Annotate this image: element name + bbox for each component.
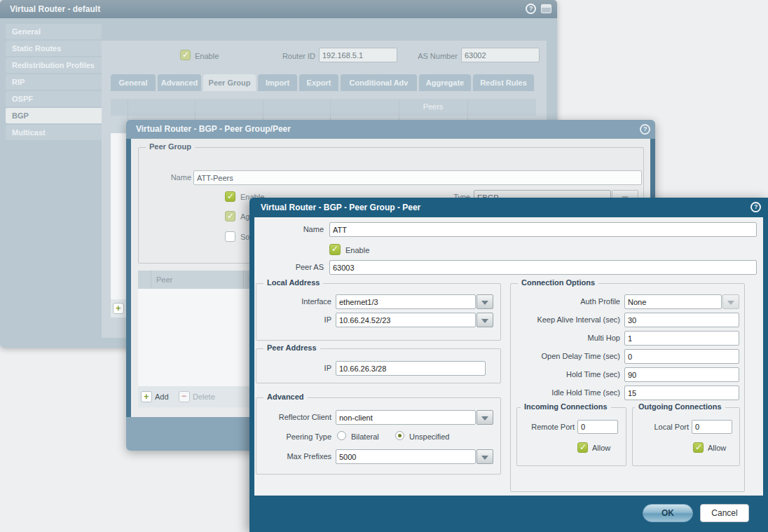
tab-general[interactable]: General — [111, 74, 156, 91]
peer-group-name-input[interactable] — [193, 170, 642, 185]
keep-alive-input[interactable] — [624, 313, 739, 327]
delete-icon[interactable] — [179, 391, 190, 402]
local-port-label: Local Port — [636, 423, 689, 432]
peer-group-enable-checkbox[interactable] — [225, 191, 235, 202]
dialog-peer-group-title: Virtual Router - BGP - Peer Group/Peer — [136, 124, 291, 134]
advanced-legend: Advanced — [263, 393, 308, 401]
tab-peer-group[interactable]: Peer Group — [203, 74, 256, 91]
remote-port-label: Remote Port — [520, 423, 575, 432]
delete-button[interactable]: Delete — [193, 393, 215, 401]
help-icon[interactable] — [526, 4, 536, 14]
advanced-fieldset: Advanced Reflector Client Peering Type B… — [256, 397, 501, 475]
sidebar-item-redistribution-profiles[interactable]: Redistribution Profiles — [6, 57, 102, 73]
col-peer: Peer — [156, 275, 172, 284]
peer-ip-label: IP — [275, 364, 331, 373]
tab-advanced[interactable]: Advanced — [158, 74, 201, 91]
cancel-button[interactable]: Cancel — [700, 504, 749, 522]
interface-dropdown-icon[interactable] — [476, 294, 493, 309]
connection-options-legend: Connection Options — [518, 278, 598, 287]
dialog-peer: Virtual Router - BGP - Peer Group - Peer… — [249, 198, 768, 532]
dialog-virtual-router-titlebar: Virtual Router - default — [0, 0, 557, 18]
sidebar-item-bgp[interactable]: BGP — [6, 108, 102, 123]
enable-checkbox[interactable] — [329, 244, 341, 255]
sidebar-item-multicast[interactable]: Multicast — [6, 125, 102, 140]
window-icon[interactable] — [541, 4, 551, 13]
connection-options-fieldset: Connection Options Auth Profile Keep Ali… — [510, 283, 745, 492]
name-label: Name — [149, 173, 191, 182]
hold-time-label: Hold Time (sec) — [515, 370, 620, 379]
incoming-connections-fieldset: Incoming Connections Remote Port Allow — [516, 407, 626, 466]
peering-type-label: Peering Type — [261, 432, 331, 442]
aggregated-checkbox[interactable] — [225, 211, 235, 221]
local-address-legend: Local Address — [263, 278, 323, 287]
soft-reset-checkbox[interactable] — [225, 231, 235, 242]
name-label: Name — [268, 225, 324, 234]
sidebar-item-ospf[interactable]: OSPF — [6, 91, 102, 107]
reflector-client-dropdown-icon[interactable] — [476, 410, 493, 425]
local-ip-select[interactable] — [336, 313, 476, 327]
bgp-enable-checkbox[interactable] — [180, 50, 191, 60]
peer-ip-input[interactable] — [336, 361, 486, 376]
idle-hold-label: Idle Hold Time (sec) — [515, 388, 620, 397]
max-prefixes-dropdown-icon[interactable] — [476, 449, 493, 464]
unspecified-radio[interactable] — [395, 431, 404, 440]
dialog-peer-title: Virtual Router - BGP - Peer Group - Peer — [261, 203, 420, 212]
tab-import[interactable]: Import — [258, 74, 297, 91]
peer-address-legend: Peer Address — [263, 343, 320, 352]
peer-group-legend: Peer Group — [146, 142, 195, 151]
bgp-enable-label: Enable — [195, 52, 219, 60]
interface-select[interactable] — [336, 294, 476, 309]
help-icon[interactable] — [640, 124, 650, 135]
incoming-allow-label: Allow — [592, 444, 610, 452]
dialog-peer-group-titlebar: Virtual Router - BGP - Peer Group/Peer — [126, 120, 655, 139]
peer-as-label: Peer AS — [268, 263, 324, 272]
tab-aggregate[interactable]: Aggregate — [419, 74, 471, 91]
sidebar-item-rip[interactable]: RIP — [6, 74, 102, 90]
dialog-peer-titlebar: Virtual Router - BGP - Peer Group - Peer — [249, 198, 768, 217]
bilateral-radio[interactable] — [337, 431, 346, 440]
tab-export[interactable]: Export — [299, 74, 338, 91]
outgoing-allow-label: Allow — [708, 444, 726, 452]
sidebar-item-general[interactable]: General — [6, 24, 102, 39]
help-icon[interactable] — [750, 202, 761, 212]
auth-profile-label: Auth Profile — [536, 297, 620, 306]
local-port-input[interactable] — [692, 420, 732, 434]
enable-label: Enable — [345, 246, 369, 254]
peer-as-input[interactable] — [329, 260, 757, 275]
router-id-input[interactable] — [319, 48, 397, 62]
tab-redist-rules[interactable]: Redist Rules — [473, 74, 534, 91]
reflector-client-select[interactable] — [336, 410, 476, 425]
remote-port-input[interactable] — [577, 420, 618, 434]
tab-conditional-adv[interactable]: Conditional Adv — [341, 74, 417, 91]
outgoing-connections-fieldset: Outgoing Connections Local Port Allow — [632, 407, 740, 466]
bilateral-label: Bilateral — [351, 432, 379, 441]
incoming-allow-checkbox[interactable] — [577, 442, 588, 453]
add-icon[interactable] — [141, 391, 152, 402]
as-number-input[interactable] — [461, 48, 540, 62]
peer-address-fieldset: Peer Address IP — [256, 348, 501, 383]
max-prefixes-select[interactable] — [336, 449, 476, 464]
auth-profile-select[interactable] — [624, 294, 722, 309]
peers-group-header: Peers — [330, 102, 536, 111]
dialog-virtual-router-title: Virtual Router - default — [10, 4, 100, 14]
ok-button[interactable]: OK — [643, 504, 693, 522]
add-button[interactable]: Add — [155, 393, 169, 401]
add-icon[interactable] — [113, 303, 124, 314]
peer-name-input[interactable] — [329, 222, 757, 237]
incoming-connections-legend: Incoming Connections — [521, 402, 611, 411]
outgoing-allow-checkbox[interactable] — [693, 442, 704, 453]
local-ip-dropdown-icon[interactable] — [476, 313, 493, 327]
multi-hop-label: Multi Hop — [515, 334, 620, 343]
auth-profile-dropdown-icon[interactable] — [722, 294, 739, 309]
open-delay-input[interactable] — [624, 349, 739, 364]
peers-group-header-row: Peers — [111, 99, 536, 116]
sidebar-item-static-routes[interactable]: Static Routes — [6, 41, 102, 56]
open-delay-label: Open Delay Time (sec) — [515, 352, 620, 361]
multi-hop-input[interactable] — [624, 331, 739, 346]
idle-hold-input[interactable] — [624, 386, 739, 400]
screen: Virtual Router - default General Static … — [0, 0, 768, 532]
keep-alive-label: Keep Alive Interval (sec) — [515, 315, 620, 325]
hold-time-input[interactable] — [624, 367, 739, 382]
router-id-label: Router ID — [252, 52, 315, 61]
reflector-client-label: Reflector Client — [261, 413, 331, 422]
